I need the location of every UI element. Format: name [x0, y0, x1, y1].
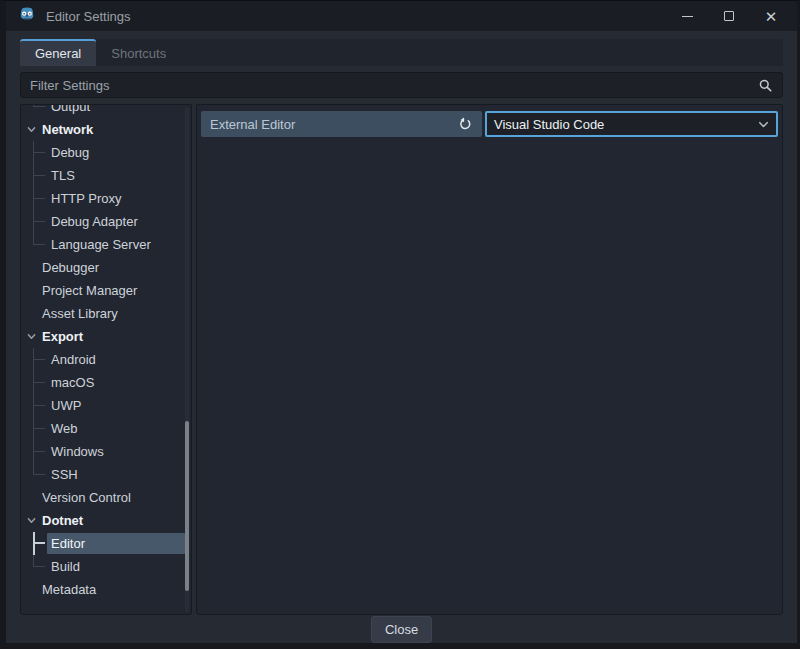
- minimize-icon[interactable]: [679, 8, 695, 24]
- sidebar-item-metadata[interactable]: Metadata: [21, 578, 191, 601]
- sidebar-scrollbar-thumb[interactable]: [185, 421, 189, 591]
- tree-branch-line: [25, 463, 47, 486]
- sidebar-item-http-proxy[interactable]: HTTP Proxy: [21, 187, 191, 210]
- tree-item-label: Debugger: [38, 257, 185, 278]
- tree-item-label: Editor: [47, 533, 185, 554]
- sidebar-item-ssh[interactable]: SSH: [21, 463, 191, 486]
- tree-item-label: Web: [47, 418, 185, 439]
- setting-value-dropdown[interactable]: Visual Studio Code: [485, 111, 778, 137]
- setting-row: External Editor Visual Studio Code: [201, 111, 778, 137]
- filter-settings-box: [20, 72, 783, 98]
- chevron-down-icon: [758, 119, 769, 130]
- sidebar-item-asset-library[interactable]: Asset Library: [21, 302, 191, 325]
- tree-item-label: Debug: [47, 142, 185, 163]
- sidebar-item-language-server[interactable]: Language Server: [21, 233, 191, 256]
- tree-item-label: Output: [47, 104, 185, 117]
- tree-item-label: macOS: [47, 372, 185, 393]
- editor-settings-dialog: Editor Settings ✕ General Shortcuts: [0, 0, 800, 649]
- tree-branch-line: [25, 532, 47, 555]
- tree-item-label: Debug Adapter: [47, 211, 185, 232]
- tree-item-label: Metadata: [38, 579, 185, 600]
- sidebar-item-version-control[interactable]: Version Control: [21, 486, 191, 509]
- godot-logo-icon: [18, 5, 36, 27]
- tree-item-label: TLS: [47, 165, 185, 186]
- setting-label-strip: External Editor: [201, 111, 482, 137]
- search-icon: [758, 78, 773, 93]
- window-title: Editor Settings: [46, 9, 669, 24]
- tab-general[interactable]: General: [20, 39, 96, 66]
- chevron-down-icon[interactable]: [25, 332, 38, 341]
- tree-item-label: HTTP Proxy: [47, 188, 185, 209]
- tree-branch-line: [25, 233, 47, 256]
- sidebar-item-editor[interactable]: Editor: [21, 532, 191, 555]
- tree-item-label: SSH: [47, 464, 185, 485]
- tree-item-label: Windows: [47, 441, 185, 462]
- tree-item-label: Network: [38, 119, 97, 140]
- tree-item-label: Project Manager: [38, 280, 185, 301]
- tree-item-label: Dotnet: [38, 510, 87, 531]
- sidebar-item-export[interactable]: Export: [21, 325, 191, 348]
- tree-branch-line: [25, 210, 47, 233]
- tree-item-label: Export: [38, 326, 87, 347]
- settings-tree-panel: Output Network Debug TLS HTTP Proxy Debu…: [20, 104, 192, 615]
- tree-branch-line: [25, 141, 47, 164]
- tab-bar: General Shortcuts: [20, 39, 783, 66]
- sidebar-item-android[interactable]: Android: [21, 348, 191, 371]
- maximize-icon[interactable]: [721, 8, 737, 24]
- tree-branch-line: [25, 187, 47, 210]
- sidebar-item-network[interactable]: Network: [21, 118, 191, 141]
- sidebar-item-web[interactable]: Web: [21, 417, 191, 440]
- tree-item-label: Version Control: [38, 487, 185, 508]
- filter-settings-input[interactable]: [30, 78, 758, 93]
- tree-branch-line: [25, 371, 47, 394]
- tree-branch-line: [25, 164, 47, 187]
- sidebar-item-debug-adapter[interactable]: Debug Adapter: [21, 210, 191, 233]
- tree-branch-line: [25, 348, 47, 371]
- tree-branch-line: [25, 104, 47, 118]
- sidebar-item-output[interactable]: Output: [21, 104, 191, 118]
- tree-item-label: UWP: [47, 395, 185, 416]
- settings-content-panel: External Editor Visual Studio Code: [196, 104, 783, 615]
- tree-branch-line: [25, 440, 47, 463]
- close-button[interactable]: Close: [371, 616, 432, 643]
- sidebar-item-macos[interactable]: macOS: [21, 371, 191, 394]
- sidebar-item-windows[interactable]: Windows: [21, 440, 191, 463]
- tree-item-label: Build: [47, 556, 185, 577]
- tree-item-label: Asset Library: [38, 303, 185, 324]
- sidebar-item-tls[interactable]: TLS: [21, 164, 191, 187]
- sidebar-item-uwp[interactable]: UWP: [21, 394, 191, 417]
- tree-branch-line: [25, 417, 47, 440]
- sidebar-item-debugger[interactable]: Debugger: [21, 256, 191, 279]
- tree-item-label: Android: [47, 349, 185, 370]
- close-window-icon[interactable]: ✕: [763, 8, 779, 24]
- tree-branch-line: [25, 394, 47, 417]
- setting-label: External Editor: [210, 117, 455, 132]
- revert-icon[interactable]: [455, 114, 475, 134]
- sidebar-item-dotnet[interactable]: Dotnet: [21, 509, 191, 532]
- tree-item-label: Language Server: [47, 234, 185, 255]
- chevron-down-icon[interactable]: [25, 125, 38, 134]
- chevron-down-icon[interactable]: [25, 516, 38, 525]
- tab-shortcuts[interactable]: Shortcuts: [96, 39, 181, 66]
- titlebar[interactable]: Editor Settings ✕: [6, 1, 797, 31]
- dropdown-selected-value: Visual Studio Code: [494, 117, 758, 132]
- sidebar-item-build[interactable]: Build: [21, 555, 191, 578]
- sidebar-item-project-manager[interactable]: Project Manager: [21, 279, 191, 302]
- sidebar-item-debug[interactable]: Debug: [21, 141, 191, 164]
- tree-branch-line: [25, 555, 47, 578]
- settings-tree: Output Network Debug TLS HTTP Proxy Debu…: [21, 104, 191, 601]
